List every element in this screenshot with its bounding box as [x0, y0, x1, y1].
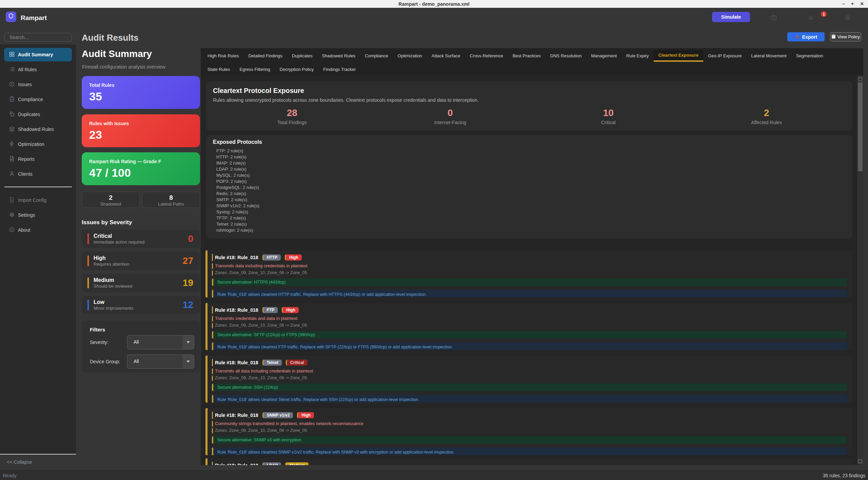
- tab-stale-rules[interactable]: Stale Rules: [203, 63, 235, 75]
- file-text-icon: [9, 156, 15, 163]
- sidebar-item-issues[interactable]: Issues: [4, 78, 72, 91]
- simulate-button[interactable]: Simulate: [712, 12, 750, 22]
- tab-cross-reference[interactable]: Cross-Reference: [465, 50, 508, 62]
- protocol-item: POP3: 2 rule(s): [213, 178, 846, 185]
- tab-detailed-findings[interactable]: Detailed Findings: [243, 50, 287, 62]
- sidebar-item-duplicates[interactable]: Duplicates: [4, 108, 72, 121]
- scroll-up-button[interactable]: [858, 77, 863, 81]
- protocol-item: Telnet: 2 rule(s): [213, 221, 846, 227]
- protocol-item: Syslog: 2 rule(s): [213, 209, 846, 215]
- scrollbar-thumb[interactable]: [858, 82, 863, 171]
- severity-bar: [87, 255, 89, 266]
- risk-rating-card: Rampart Risk Rating — Grade F 47 / 100: [82, 152, 200, 185]
- lateral-paths-box: 8 Lateral Paths: [142, 192, 200, 208]
- protocol-badge: FTP: [262, 307, 278, 313]
- finding-title: Rule #18: Rule_018: [215, 307, 258, 313]
- rules-with-issues-card: Rules with Issues 23: [82, 114, 200, 147]
- severity-card-low[interactable]: Low Minor improvements 12: [82, 296, 200, 314]
- severity-filter-select[interactable]: All: [127, 335, 194, 349]
- severity-badge: High: [285, 254, 302, 261]
- app-logo: [6, 12, 16, 22]
- tab-dns-resolution[interactable]: DNS Resolution: [546, 50, 587, 62]
- status-counts: 35 rules, 23 findings: [823, 473, 865, 478]
- tab-best-practices[interactable]: Best Practices: [508, 50, 546, 62]
- findings-tab-bar: High Risk Rules Detailed Findings Duplic…: [201, 48, 863, 75]
- sidebar-collapse-button[interactable]: << Collapse: [7, 459, 32, 465]
- tab-segmentation[interactable]: Segmentation: [791, 50, 828, 62]
- tab-compliance[interactable]: Compliance: [360, 50, 393, 62]
- window-titlebar: Rampart - demo_panorama.xml – + ✕: [0, 0, 868, 8]
- help-icon[interactable]: [770, 14, 777, 22]
- protocol-item: IMAP: 2 rule(s): [213, 160, 846, 166]
- tab-management[interactable]: Management: [586, 50, 622, 62]
- severity-card-high[interactable]: High Requires attention 27: [82, 252, 200, 270]
- sidebar-item-import-config[interactable]: Import Config: [4, 193, 72, 207]
- tab-lateral-movement[interactable]: Lateral Movement: [747, 50, 791, 62]
- sidebar-item-shadowed-rules[interactable]: Shadowed Rules: [4, 122, 72, 136]
- tab-decryption-policy[interactable]: Decryption Policy: [275, 63, 318, 75]
- stat-critical: 10 Critical: [529, 108, 688, 125]
- protocol-item: SMTP: 2 rule(s): [213, 197, 846, 203]
- finding-description: Community strings transmitted in plainte…: [212, 421, 847, 427]
- protocol-item: TFTP: 2 rule(s): [213, 215, 846, 221]
- clipboard-icon: [831, 34, 836, 40]
- protocol-badge: Telnet: [262, 360, 282, 366]
- device-group-filter-select[interactable]: All: [127, 354, 194, 369]
- sidebar: Audit Summary All Rules Issues Complianc…: [0, 44, 76, 454]
- severity-badge: Critical: [286, 360, 308, 366]
- sidebar-item-all-rules[interactable]: All Rules: [4, 63, 72, 76]
- sidebar-item-reports[interactable]: Reports: [4, 152, 72, 166]
- sidebar-item-audit-summary[interactable]: Audit Summary: [4, 48, 72, 61]
- stat-total-findings: 28 Total Findings: [213, 108, 371, 125]
- protocol-badge: SNMP v1/v2: [262, 412, 293, 418]
- tab-high-risk-rules[interactable]: High Risk Rules: [203, 50, 243, 62]
- scroll-down-button[interactable]: [858, 459, 863, 464]
- gear-icon[interactable]: [844, 14, 851, 22]
- recommendation: Rule 'Rule_018' allows cleartext FTP tra…: [212, 342, 847, 350]
- sidebar-item-settings[interactable]: Settings: [4, 208, 72, 222]
- finding-title: Rule #18: Rule_018: [215, 360, 258, 365]
- severity-card-medium[interactable]: Medium Should be reviewed 19: [82, 274, 200, 292]
- exposed-protocols-panel: Exposed Protocols FTP: 2 rule(s) HTTP: 2…: [206, 135, 852, 238]
- zap-icon: [9, 141, 15, 148]
- tab-egress-filtering[interactable]: Egress Filtering: [235, 63, 275, 75]
- severity-card-critical[interactable]: Critical Immediate action required 0: [82, 230, 200, 248]
- app-title: Rampart: [21, 14, 47, 22]
- clipboard-check-icon: [9, 96, 15, 103]
- finding-zones: Zones: Zone_09, Zone_10, Zone_06 -> Zone…: [212, 270, 847, 276]
- tab-rule-expiry[interactable]: Rule Expiry: [622, 50, 653, 62]
- stat-internet-facing: 0 Internet-Facing: [371, 108, 530, 125]
- search-input[interactable]: [5, 33, 72, 41]
- export-button[interactable]: Export: [787, 32, 825, 41]
- protocol-item: SNMP v1/v2: 2 rule(s): [213, 203, 846, 209]
- finding-card: Rule #18: Rule_018 Telnet Critical Trans…: [205, 356, 852, 403]
- sidebar-item-compliance[interactable]: Compliance: [4, 93, 72, 106]
- sidebar-item-optimization[interactable]: Optimization: [4, 137, 72, 151]
- page-title: Audit Results: [82, 33, 139, 43]
- tab-cleartext-exposure[interactable]: Cleartext Exposure: [654, 50, 704, 62]
- protocol-badge: LDAP: [262, 462, 281, 465]
- tab-duplicates[interactable]: Duplicates: [287, 50, 317, 62]
- tab-optimization[interactable]: Optimization: [393, 50, 427, 62]
- chevron-down-icon: [182, 355, 194, 368]
- sidebar-item-clients[interactable]: Clients: [4, 167, 72, 181]
- filters-panel: Filters Severity: All Device Group: All: [82, 321, 200, 372]
- tab-findings-tracker[interactable]: Findings Tracker: [318, 63, 360, 75]
- secure-alternative: Secure alternative: SSH (22/tcp): [212, 384, 847, 391]
- window-maximize-button[interactable]: +: [851, 1, 854, 6]
- secure-alternative: Secure alternative: SFTP (22/tcp) or FTP…: [212, 331, 847, 339]
- finding-title: Rule #18: Rule_018: [215, 463, 258, 465]
- alert-circle-icon: [9, 81, 15, 88]
- bell-icon[interactable]: [807, 14, 814, 22]
- window-close-button[interactable]: ✕: [860, 1, 864, 6]
- tab-attack-surface[interactable]: Attack Surface: [427, 50, 465, 62]
- view-policy-button[interactable]: View Policy: [830, 32, 861, 41]
- tab-geo-ip-exposure[interactable]: Geo-IP Exposure: [703, 50, 746, 62]
- export-icon: [795, 34, 800, 40]
- search-box[interactable]: [4, 33, 72, 42]
- window-minimize-button[interactable]: –: [842, 1, 845, 6]
- vertical-scrollbar[interactable]: [857, 75, 863, 465]
- sidebar-item-about[interactable]: About: [4, 223, 72, 237]
- protocol-item: PostgreSQL: 2 rule(s): [213, 185, 846, 191]
- tab-shadowed-rules[interactable]: Shadowed Rules: [317, 50, 360, 62]
